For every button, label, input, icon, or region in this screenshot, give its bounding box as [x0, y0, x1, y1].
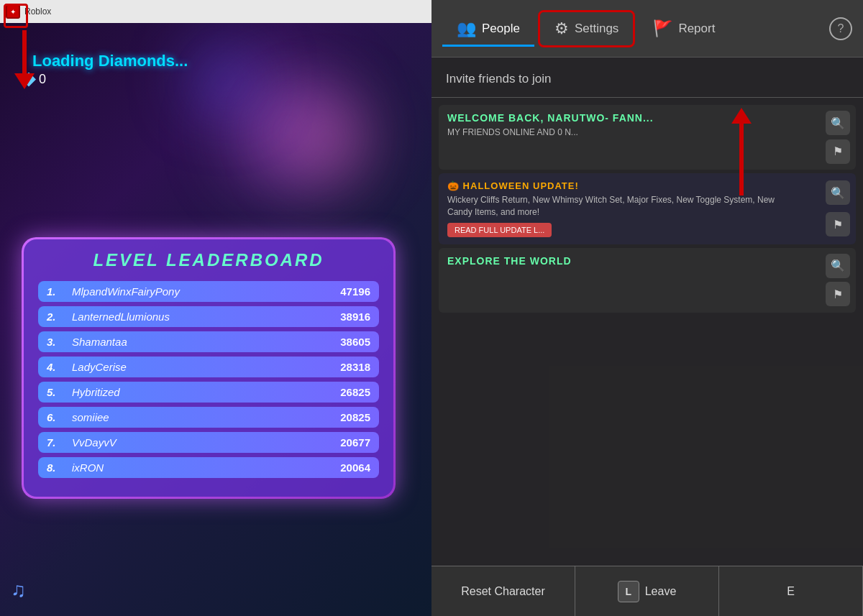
leaderboard-row: 7. VvDayvV 20677	[38, 432, 379, 453]
red-arrow-head	[731, 108, 752, 124]
lb-rank-4: 5.	[47, 386, 65, 398]
extra-button[interactable]: E	[719, 566, 863, 616]
lb-score-0: 47196	[340, 285, 370, 298]
lb-score-6: 20677	[340, 436, 370, 449]
leave-label: Leave	[645, 585, 677, 598]
leaderboard-row: 3. Shamantaa 38605	[38, 331, 379, 352]
leave-key-badge: L	[618, 581, 639, 602]
notif-explore-content: EXPLORE THE WORLD	[439, 248, 820, 313]
report-flag-icon: 🚩	[653, 19, 672, 38]
arrow-shaft	[22, 30, 27, 73]
notif-explore-actions: 🔍 ⚑	[820, 248, 856, 313]
zoom-btn-3[interactable]: 🔍	[826, 254, 850, 278]
lb-score-1: 38916	[340, 311, 370, 323]
lb-score-3: 28318	[340, 361, 370, 373]
leaderboard-row: 2. LanternedLlumionus 38916	[38, 306, 379, 327]
lb-name-7: ixRON	[72, 461, 333, 474]
tab-report-label: Report	[678, 22, 715, 36]
notif-welcome-content: WELCOME BACK, NARUTWO- FANN... MY FRIEND…	[439, 105, 820, 170]
notif-welcome-actions: 🔍 ⚑	[820, 105, 856, 170]
read-more-button[interactable]: READ FULL UPDATE L...	[447, 223, 552, 237]
notif-explore-title: EXPLORE THE WORLD	[447, 255, 784, 267]
settings-gear-icon: ⚙	[554, 19, 569, 38]
lb-name-5: somiiee	[72, 411, 333, 423]
title-bar-text: Roblox	[24, 6, 51, 17]
notif-halloween-actions: 🔍 ⚑	[820, 173, 856, 244]
flag-btn-2[interactable]: ⚑	[826, 212, 850, 236]
lb-score-5: 20825	[340, 411, 370, 423]
lb-score-4: 26825	[340, 386, 370, 398]
people-icon: 👥	[457, 19, 476, 38]
invite-text: Invite friends to join	[446, 72, 551, 86]
leaderboard-row: 8. ixRON 20064	[38, 457, 379, 478]
content-area: WELCOME BACK, NARUTWO- FANN... MY FRIEND…	[432, 98, 863, 563]
red-arrow-annotation	[731, 108, 752, 196]
arrow-down	[14, 30, 35, 89]
leaderboard-title: Level Leaderboard	[38, 250, 379, 270]
lb-name-3: LadyCerise	[72, 361, 333, 373]
leave-button[interactable]: L Leave	[575, 566, 719, 616]
lb-rank-1: 2.	[47, 311, 65, 323]
tab-bar: 👥 People ⚙ Settings 🚩 Report ?	[432, 0, 863, 58]
lb-name-0: MlpandWinxFairyPony	[72, 285, 333, 298]
arrow-head	[14, 73, 35, 89]
lb-rank-7: 8.	[47, 461, 65, 474]
bg-orb-2	[273, 86, 381, 194]
lb-name-6: VvDayvV	[72, 436, 333, 449]
lb-rank-3: 4.	[47, 361, 65, 373]
lb-rank-0: 1.	[47, 285, 65, 298]
zoom-btn-1[interactable]: 🔍	[826, 111, 850, 135]
icon-highlight-box	[4, 4, 28, 28]
tab-settings-label: Settings	[575, 22, 618, 36]
invite-section: Invite friends to join	[432, 58, 863, 98]
notif-explore: EXPLORE THE WORLD 🔍 ⚑	[439, 248, 856, 313]
help-button[interactable]: ?	[829, 17, 852, 40]
reset-character-label: Reset Character	[461, 585, 545, 598]
extra-label: E	[787, 585, 795, 598]
lb-name-1: LanternedLlumionus	[72, 311, 333, 323]
lb-score-7: 20064	[340, 461, 370, 474]
leaderboard-row: 1. MlpandWinxFairyPony 47196	[38, 281, 379, 302]
title-bar: Roblox	[0, 0, 432, 23]
leaderboard-row: 6. somiiee 20825	[38, 407, 379, 428]
lb-name-4: Hybritized	[72, 386, 333, 398]
tab-people-label: People	[482, 22, 520, 36]
tab-people[interactable]: 👥 People	[442, 12, 534, 45]
lb-rank-5: 6.	[47, 411, 65, 423]
notif-welcome: WELCOME BACK, NARUTWO- FANN... MY FRIEND…	[439, 105, 856, 170]
music-icon[interactable]: ♫	[11, 579, 26, 602]
zoom-btn-2[interactable]: 🔍	[826, 180, 850, 205]
leaderboard-row: 5. Hybritized 26825	[38, 382, 379, 403]
flag-btn-1[interactable]: ⚑	[826, 139, 850, 164]
bottom-bar: Reset Character L Leave E	[432, 566, 863, 616]
lb-rank-2: 3.	[47, 336, 65, 348]
leaderboard-panel: Level Leaderboard 1. MlpandWinxFairyPony…	[22, 237, 396, 499]
red-arrow-shaft	[739, 124, 744, 196]
reset-character-button[interactable]: Reset Character	[432, 566, 575, 616]
lb-rank-6: 7.	[47, 436, 65, 449]
notif-halloween-body: Wickery Cliffs Return, New Whimsy Witch …	[447, 194, 784, 219]
notif-halloween-content: 🎃 HALLOWEEN UPDATE! Wickery Cliffs Retur…	[439, 173, 820, 244]
tab-settings[interactable]: ⚙ Settings	[538, 10, 635, 47]
diamond-value: 0	[39, 72, 46, 87]
leaderboard-inner: Level Leaderboard 1. MlpandWinxFairyPony…	[24, 239, 393, 497]
flag-btn-3[interactable]: ⚑	[826, 282, 850, 306]
leaderboard-rows: 1. MlpandWinxFairyPony 47196 2. Lanterne…	[38, 281, 379, 478]
help-icon: ?	[838, 22, 844, 35]
bg-orb-3	[180, 36, 266, 122]
lb-name-2: Shamantaa	[72, 336, 333, 348]
leaderboard-row: 4. LadyCerise 28318	[38, 357, 379, 377]
tab-report[interactable]: 🚩 Report	[639, 12, 729, 45]
menu-panel: 👥 People ⚙ Settings 🚩 Report ? Invite fr…	[432, 0, 863, 616]
game-panel: Roblox Loading Diamonds... 0 ♫ Level Lea…	[0, 0, 432, 616]
loading-text: Loading Diamonds...	[32, 52, 188, 70]
notif-halloween: 🎃 HALLOWEEN UPDATE! Wickery Cliffs Retur…	[439, 173, 856, 244]
lb-score-2: 38605	[340, 336, 370, 348]
